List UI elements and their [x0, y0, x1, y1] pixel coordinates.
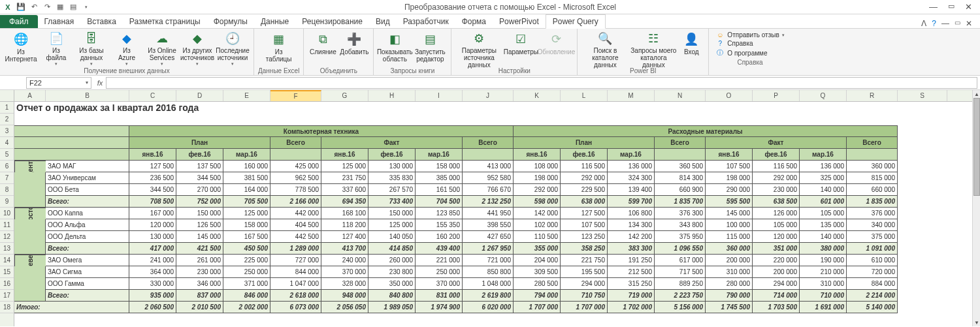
cell[interactable]: Факт: [321, 137, 463, 149]
cell[interactable]: 198 000: [706, 172, 753, 184]
cell[interactable]: 221 750: [561, 255, 608, 266]
cell[interactable]: [655, 149, 706, 161]
company-cell[interactable]: ООО Гамма: [46, 278, 129, 290]
qat-customize-icon[interactable]: ▾: [81, 2, 91, 12]
cell[interactable]: 260 000: [368, 255, 416, 266]
cell[interactable]: 6 073 000: [270, 302, 321, 313]
formula-input[interactable]: [106, 77, 977, 89]
cell[interactable]: 355 000: [514, 243, 561, 255]
cell[interactable]: 351 000: [753, 243, 800, 255]
cell[interactable]: Всего: [847, 137, 898, 149]
cell[interactable]: 733 400: [368, 196, 416, 208]
cell[interactable]: 710 750: [561, 290, 608, 302]
cell[interactable]: 414 850: [368, 243, 416, 255]
workbook-restore-icon[interactable]: ▭: [955, 19, 960, 28]
cell[interactable]: 292 000: [514, 184, 561, 196]
cell[interactable]: 270 000: [176, 184, 223, 196]
cell[interactable]: 1 745 500: [706, 302, 753, 313]
tab-powerquery[interactable]: Power Query: [546, 14, 606, 29]
cell[interactable]: янв.16: [129, 149, 176, 161]
row-header[interactable]: 12: [0, 231, 14, 243]
cell[interactable]: 704 500: [416, 196, 463, 208]
row-header[interactable]: 6: [0, 161, 14, 172]
cell[interactable]: 708 500: [129, 196, 176, 208]
cell[interactable]: 385 000: [416, 172, 463, 184]
cell[interactable]: 814 300: [655, 172, 706, 184]
cell[interactable]: [14, 172, 46, 184]
cell[interactable]: 380 000: [800, 243, 847, 255]
col-header[interactable]: K: [514, 90, 561, 101]
cell[interactable]: [14, 243, 46, 255]
row-header[interactable]: 14: [0, 255, 14, 266]
cell[interactable]: 167 000: [129, 208, 176, 219]
cell[interactable]: 601 000: [800, 196, 847, 208]
cell[interactable]: 130 000: [368, 161, 416, 172]
cell[interactable]: 720 000: [847, 266, 898, 278]
cell[interactable]: 200 000: [706, 255, 753, 266]
cell[interactable]: Факт: [706, 137, 847, 149]
col-header[interactable]: P: [753, 90, 800, 101]
cell[interactable]: 116 500: [753, 161, 800, 172]
cell[interactable]: 935 000: [129, 290, 176, 302]
cell[interactable]: 427 650: [463, 231, 514, 243]
cell[interactable]: [847, 149, 898, 161]
cell[interactable]: 310 000: [706, 266, 753, 278]
cell[interactable]: мар.16: [416, 149, 463, 161]
cell[interactable]: 417 000: [129, 243, 176, 255]
cell[interactable]: 371 000: [223, 278, 270, 290]
cell[interactable]: 2 060 500: [129, 302, 176, 313]
col-header[interactable]: R: [847, 90, 898, 101]
cell[interactable]: 315 250: [608, 278, 655, 290]
cell[interactable]: 145 000: [176, 231, 223, 243]
cell[interactable]: 450 500: [223, 243, 270, 255]
cell[interactable]: 2 010 500: [176, 302, 223, 313]
cell[interactable]: 136 000: [608, 161, 655, 172]
row-header[interactable]: 3: [0, 125, 14, 137]
cell[interactable]: 105 000: [800, 208, 847, 219]
company-cell[interactable]: ООО Альфа: [46, 219, 129, 231]
cell[interactable]: 1 707 000: [561, 302, 608, 313]
cell[interactable]: 344 500: [176, 172, 223, 184]
cell[interactable]: 123 850: [416, 208, 463, 219]
region-label[interactable]: Центр: [14, 161, 46, 172]
cell[interactable]: 220 000: [753, 255, 800, 266]
cell[interactable]: 294 000: [753, 278, 800, 290]
tab-layout[interactable]: Разметка страницы: [123, 15, 207, 28]
cell[interactable]: 160 000: [223, 161, 270, 172]
cell[interactable]: 135 000: [800, 219, 847, 231]
tab-review[interactable]: Рецензирование: [295, 15, 369, 28]
cell[interactable]: 142 200: [608, 231, 655, 243]
cell[interactable]: 123 250: [561, 231, 608, 243]
cell[interactable]: 360 000: [847, 161, 898, 172]
cell[interactable]: 425 000: [270, 161, 321, 172]
cell[interactable]: Компьютерная техника: [129, 125, 514, 137]
col-header[interactable]: E: [223, 90, 270, 101]
cells-area[interactable]: Отчет о продажах за I квартал 2016 годаК…: [14, 102, 980, 313]
cell[interactable]: 105 000: [753, 219, 800, 231]
cell[interactable]: 1 703 500: [753, 302, 800, 313]
cell[interactable]: 694 350: [321, 196, 368, 208]
from-table-button[interactable]: ▦Изтаблицы: [262, 30, 296, 67]
cell[interactable]: фев.16: [368, 149, 416, 161]
cell[interactable]: 108 000: [514, 161, 561, 172]
cell[interactable]: 721 000: [463, 255, 514, 266]
row-header[interactable]: 11: [0, 219, 14, 231]
cell[interactable]: 337 600: [321, 184, 368, 196]
col-header[interactable]: L: [561, 90, 608, 101]
cell[interactable]: [463, 149, 514, 161]
cell[interactable]: Расходные материалы: [514, 125, 898, 137]
cell[interactable]: 142 000: [514, 208, 561, 219]
cell[interactable]: 441 950: [463, 208, 514, 219]
redo-icon[interactable]: ↷: [42, 2, 52, 12]
cell[interactable]: 383 300: [608, 243, 655, 255]
cell[interactable]: 442 000: [270, 208, 321, 219]
undo-icon[interactable]: ↶: [29, 2, 39, 12]
cell[interactable]: 120 000: [129, 219, 176, 231]
cell[interactable]: 1 096 550: [655, 243, 706, 255]
cell[interactable]: 290 000: [706, 184, 753, 196]
cell[interactable]: 221 000: [416, 255, 463, 266]
cell[interactable]: 2 214 000: [847, 290, 898, 302]
cell[interactable]: 118 200: [321, 219, 368, 231]
from-azure-button[interactable]: ◆ИзAzure▾: [110, 30, 144, 67]
cell[interactable]: 309 500: [514, 266, 561, 278]
